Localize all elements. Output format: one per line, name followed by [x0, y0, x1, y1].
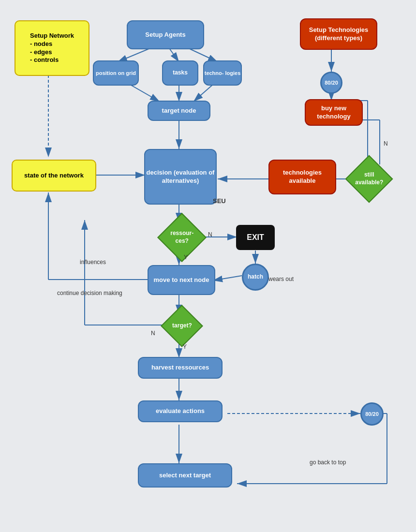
decision-label: decision (evaluation of alternatives): [145, 169, 216, 185]
n-still-available-label: N: [384, 140, 388, 147]
still-available-label: still available?: [353, 171, 385, 186]
target-node-node: target node: [148, 101, 210, 121]
setup-technologies-node: Setup Technologies (different types): [300, 18, 377, 50]
target-node-label: target node: [162, 107, 196, 115]
go-back-to-top-label: go back to top: [310, 458, 346, 467]
continue-decision-label: continue decision making: [57, 289, 122, 297]
exit-node: EXIT: [236, 225, 275, 250]
n-target-label: N: [151, 330, 155, 337]
svg-line-5: [189, 48, 218, 62]
setup-network-label: Setup Network - nodes - edges - controls: [30, 32, 74, 65]
svg-line-4: [169, 48, 179, 62]
setup-technologies-label: Setup Technologies (different types): [301, 26, 376, 43]
buy-new-technology-node: buy new technology: [305, 99, 363, 126]
resources-label: ressour- ces?: [165, 230, 198, 245]
target-diamond: target?: [161, 305, 203, 347]
buy-new-technology-label: buy new technology: [306, 104, 362, 121]
flowchart: Setup Network - nodes - edges - controls…: [0, 0, 416, 532]
exit-label: EXIT: [247, 233, 264, 243]
technologies-available-label: technologies available: [269, 169, 335, 185]
decision-node: decision (evaluation of alternatives): [144, 149, 217, 205]
influences-label: influences: [80, 259, 106, 266]
harvest-resources-node: harvest ressources: [138, 357, 223, 379]
evaluate-actions-label: evaluate actions: [156, 407, 205, 415]
y-target-label: Y: [183, 343, 187, 350]
harvest-resources-label: harvest ressources: [151, 364, 209, 372]
seu-label: SEU: [213, 197, 226, 205]
setup-agents-label: Setup Agents: [145, 31, 185, 39]
setup-network-node: Setup Network - nodes - edges - controls: [15, 20, 89, 76]
resources-diamond: ressour- ces?: [157, 213, 207, 262]
n-resources-label: N: [208, 231, 212, 238]
technologies-available-node: technologies available: [268, 160, 336, 194]
select-next-target-label: select next target: [159, 472, 211, 480]
select-next-target-node: select next target: [138, 463, 232, 488]
technologies-node: techno- logies: [203, 60, 242, 86]
state-of-network-label: state of the network: [24, 172, 84, 180]
tasks-node: tasks: [162, 60, 198, 86]
eighty-twenty-bottom-node: 80/20: [360, 402, 384, 426]
tasks-label: tasks: [173, 69, 188, 77]
eighty-twenty-bottom-label: 80/20: [365, 411, 379, 417]
wears-out-label: wears out: [268, 276, 294, 282]
move-to-next-node-node: move to next node: [148, 265, 215, 295]
y-resources-label: Y: [184, 254, 188, 261]
technologies-label: techno- logies: [205, 70, 241, 76]
eighty-twenty-top-node: 80/20: [320, 72, 342, 94]
target-label: target?: [172, 322, 192, 330]
state-of-network-node: state of the network: [12, 160, 96, 192]
eighty-twenty-top-label: 80/20: [325, 79, 338, 86]
move-to-next-node-label: move to next node: [154, 276, 209, 284]
position-on-grid-node: position on grid: [93, 60, 139, 86]
position-on-grid-label: position on grid: [96, 70, 136, 76]
hatch-label: hatch: [248, 273, 263, 281]
evaluate-actions-node: evaluate actions: [138, 400, 223, 422]
hatch-node: hatch: [242, 264, 269, 291]
svg-line-23: [213, 276, 242, 281]
setup-agents-node: Setup Agents: [127, 20, 204, 49]
still-available-diamond: still available?: [345, 155, 393, 203]
svg-line-3: [118, 48, 150, 62]
